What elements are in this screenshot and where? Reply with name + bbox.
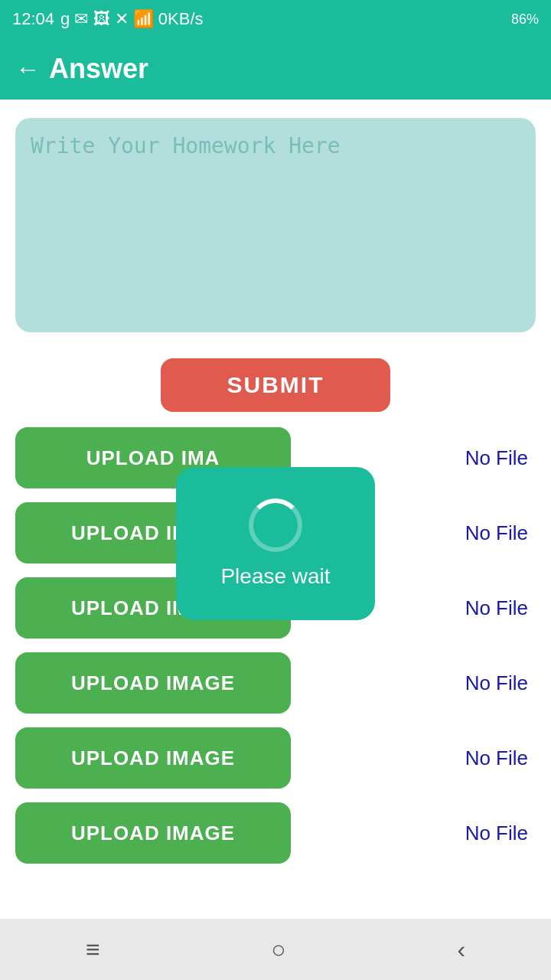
nav-back-icon[interactable]: ‹	[457, 936, 465, 964]
nav-menu-icon[interactable]: ≡	[86, 936, 100, 964]
file-status-4: No File	[465, 671, 528, 695]
file-status-3: No File	[465, 596, 528, 620]
file-status-6: No File	[465, 822, 528, 845]
upload-row-6: UPLOAD IMAGE No File	[15, 802, 536, 864]
status-bar: 12:04 g ✉ 🖼 ✕ 📶 0KB/s 86%	[0, 0, 551, 38]
bottom-nav: ≡ ○ ‹	[0, 919, 551, 980]
upload-button-4[interactable]: UPLOAD IMAGE	[15, 652, 291, 714]
status-right: 86%	[511, 11, 539, 28]
nav-home-icon[interactable]: ○	[271, 936, 285, 964]
upload-row-4: UPLOAD IMAGE No File	[15, 652, 536, 714]
spinner-icon	[249, 498, 302, 552]
header: ← Answer	[0, 38, 551, 100]
back-button[interactable]: ←	[15, 55, 40, 83]
homework-textarea[interactable]	[15, 118, 536, 332]
file-status-5: No File	[465, 746, 528, 770]
main-content: SUBMIT UPLOAD IMA No File UPLOAD IMAGE N…	[0, 100, 551, 980]
page-title: Answer	[49, 53, 148, 85]
status-left: 12:04 g ✉ 🖼 ✕ 📶 0KB/s	[12, 9, 204, 29]
submit-button[interactable]: SUBMIT	[161, 358, 390, 412]
status-icons: g ✉ 🖼 ✕ 📶 0KB/s	[60, 9, 204, 29]
upload-button-5[interactable]: UPLOAD IMAGE	[15, 727, 291, 789]
upload-button-6[interactable]: UPLOAD IMAGE	[15, 802, 291, 864]
file-status-2: No File	[465, 521, 528, 545]
status-time: 12:04	[12, 9, 54, 29]
file-status-1: No File	[465, 446, 528, 470]
status-battery: 86%	[511, 11, 539, 28]
upload-row-5: UPLOAD IMAGE No File	[15, 727, 536, 789]
loading-overlay: Please wait	[176, 467, 375, 620]
please-wait-text: Please wait	[220, 564, 330, 589]
